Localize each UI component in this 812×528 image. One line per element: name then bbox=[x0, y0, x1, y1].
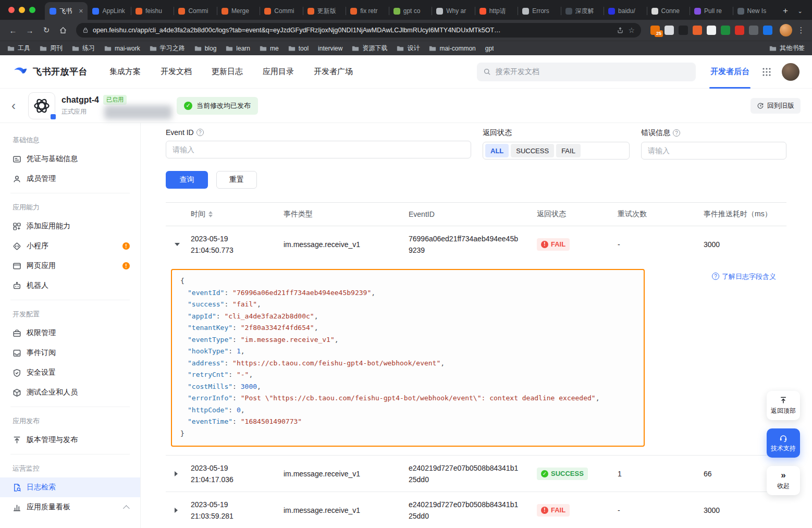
sidebar-item[interactable]: 成员管理 bbox=[0, 169, 140, 189]
status-option-all[interactable]: ALL bbox=[485, 144, 509, 157]
back-to-top-button[interactable]: 返回顶部 bbox=[767, 391, 800, 420]
back-to-old-version-button[interactable]: 回到旧版 bbox=[751, 98, 801, 114]
error-info-help-icon[interactable]: ? bbox=[673, 129, 680, 137]
extension-green-icon[interactable] bbox=[721, 26, 730, 35]
browser-tab[interactable]: 飞书× bbox=[45, 2, 88, 20]
window-close-button[interactable] bbox=[8, 7, 15, 13]
share-icon[interactable] bbox=[617, 27, 624, 34]
extension-light-icon[interactable] bbox=[707, 26, 716, 35]
browser-tab[interactable]: http请 bbox=[475, 2, 518, 20]
site-nav-item[interactable]: 开发者广场 bbox=[314, 67, 353, 77]
sidebar-item[interactable]: 权限管理 bbox=[0, 323, 140, 343]
collapse-button[interactable]: » 收起 bbox=[767, 466, 800, 495]
browser-tab[interactable]: Commi bbox=[174, 2, 216, 20]
browser-menu-icon[interactable]: ⋮ bbox=[795, 26, 807, 35]
extension-capture-icon[interactable]: 25 bbox=[650, 26, 660, 35]
bookmark-item[interactable]: me bbox=[260, 45, 279, 52]
json-key: "errorInfo" bbox=[188, 394, 232, 402]
other-bookmarks[interactable]: 其他书签 bbox=[769, 44, 805, 53]
browser-tab[interactable]: baidu/ bbox=[604, 2, 646, 20]
developer-console-link[interactable]: 开发者后台 bbox=[710, 55, 749, 89]
new-tab-button[interactable]: + bbox=[779, 4, 792, 18]
browser-tab[interactable]: feishu bbox=[131, 2, 174, 20]
sidebar-item[interactable]: 日志检索 bbox=[0, 477, 140, 497]
row-expander[interactable] bbox=[166, 456, 191, 492]
sidebar-item[interactable]: 版本管理与发布 bbox=[0, 430, 140, 450]
window-minimize-button[interactable] bbox=[19, 7, 25, 13]
error-info-input[interactable] bbox=[641, 142, 786, 159]
browser-tab[interactable]: Pull re bbox=[690, 2, 732, 20]
bookmark-item[interactable]: mai-work bbox=[104, 45, 140, 52]
tab-close-icon[interactable]: × bbox=[79, 7, 83, 15]
browser-tab[interactable]: New Is bbox=[733, 2, 776, 20]
extension-orange-icon[interactable] bbox=[693, 26, 702, 35]
row-expander[interactable] bbox=[166, 226, 191, 263]
status-option-success[interactable]: SUCCESS bbox=[511, 144, 554, 157]
tab-search-icon[interactable]: ⌄ bbox=[793, 8, 807, 15]
site-nav-item[interactable]: 应用目录 bbox=[263, 67, 294, 77]
bookmark-star-icon[interactable]: ☆ bbox=[628, 26, 635, 34]
sidebar-item[interactable]: 测试企业和人员 bbox=[0, 383, 140, 402]
bookmark-item[interactable]: blog bbox=[194, 45, 217, 52]
user-avatar[interactable] bbox=[782, 63, 799, 81]
sidebar-item[interactable]: 添加应用能力 bbox=[0, 216, 140, 236]
bookmark-item[interactable]: 资源下载 bbox=[352, 44, 387, 53]
row-expander[interactable] bbox=[166, 492, 191, 528]
browser-tab[interactable]: 深度解 bbox=[561, 2, 604, 20]
extension-dark-icon[interactable] bbox=[679, 26, 688, 35]
browser-tab[interactable]: Why ar bbox=[432, 2, 474, 20]
address-bar[interactable]: open.feishu.cn/app/cli_a4de3fa2a2b8d00c/… bbox=[76, 23, 641, 38]
browser-tab[interactable]: Merge bbox=[217, 2, 260, 20]
tech-support-button[interactable]: 技术支持 bbox=[767, 428, 800, 458]
bookmark-item[interactable]: mai-common bbox=[429, 45, 475, 52]
browser-tab[interactable]: Errors bbox=[518, 2, 560, 20]
browser-profile-avatar[interactable] bbox=[780, 24, 792, 36]
bookmark-item[interactable]: learn bbox=[226, 45, 250, 52]
back-chevron-icon[interactable]: ‹ bbox=[11, 100, 23, 112]
status-option-fail[interactable]: FAIL bbox=[556, 144, 581, 157]
query-button[interactable]: 查询 bbox=[166, 171, 208, 189]
site-nav-item[interactable]: 开发文档 bbox=[161, 67, 192, 77]
event-id-input[interactable] bbox=[166, 141, 471, 158]
bookmark-item[interactable]: interview bbox=[318, 45, 342, 52]
sidebar-item[interactable]: 网页应用! bbox=[0, 256, 140, 276]
browser-tab[interactable]: gpt co bbox=[389, 2, 432, 20]
reset-button[interactable]: 重置 bbox=[216, 171, 257, 189]
extension-translate-icon[interactable] bbox=[665, 26, 674, 35]
bookmark-item[interactable]: 学习之路 bbox=[150, 44, 185, 53]
sort-icon[interactable] bbox=[208, 211, 213, 217]
bookmark-item[interactable]: 周刊 bbox=[40, 44, 63, 53]
browser-tab[interactable]: Conne bbox=[647, 2, 690, 20]
sidebar-item[interactable]: 事件订阅 bbox=[0, 343, 140, 363]
site-nav-item[interactable]: 集成方案 bbox=[109, 67, 141, 77]
feishu-logo[interactable]: 飞书开放平台 bbox=[13, 64, 88, 80]
sidebar-item[interactable]: 小程序! bbox=[0, 236, 140, 256]
sidebar-item[interactable]: 应用质量看板 bbox=[0, 497, 140, 517]
bookmark-item[interactable]: 工具 bbox=[7, 44, 30, 53]
event-id-help-icon[interactable]: ? bbox=[196, 129, 204, 136]
extension-red-icon[interactable] bbox=[735, 26, 744, 35]
search-input[interactable]: 搜索开发文档 bbox=[477, 63, 696, 81]
back-icon[interactable]: ← bbox=[5, 22, 21, 38]
extension-gray-icon[interactable] bbox=[749, 26, 758, 35]
sidebar-item[interactable]: 机器人 bbox=[0, 276, 140, 296]
apps-grid-icon[interactable] bbox=[762, 67, 771, 77]
reload-icon[interactable]: ↻ bbox=[39, 22, 54, 38]
bookmark-item[interactable]: 设计 bbox=[397, 44, 420, 53]
sidebar-item[interactable]: 凭证与基础信息 bbox=[0, 149, 140, 169]
sidebar-item[interactable]: 安全设置 bbox=[0, 363, 140, 383]
home-icon[interactable] bbox=[55, 22, 71, 38]
browser-tab[interactable]: 更新版 bbox=[303, 2, 346, 20]
browser-tab[interactable]: Commi bbox=[260, 2, 302, 20]
browser-tab[interactable]: fix retr bbox=[346, 2, 388, 20]
chevron-up-icon[interactable] bbox=[123, 505, 130, 512]
window-zoom-button[interactable] bbox=[29, 7, 35, 13]
site-nav-item[interactable]: 更新日志 bbox=[212, 67, 243, 77]
bookmark-item[interactable]: tool bbox=[288, 45, 309, 52]
bookmark-item[interactable]: 练习 bbox=[72, 44, 95, 53]
browser-tab[interactable]: AppLink bbox=[88, 2, 130, 20]
extension-blue-icon[interactable] bbox=[763, 26, 772, 35]
search-icon bbox=[483, 68, 491, 76]
forward-icon[interactable]: → bbox=[22, 22, 38, 38]
bookmark-item[interactable]: gpt bbox=[485, 45, 494, 52]
